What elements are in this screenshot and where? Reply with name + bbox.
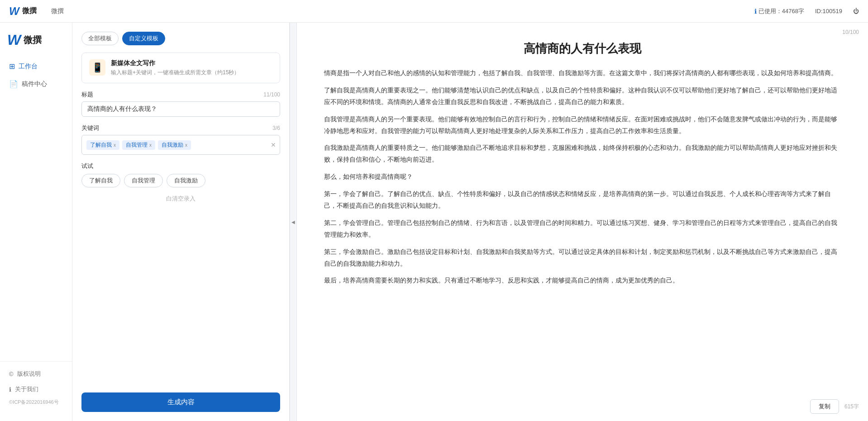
drafts-icon: 📄 [9, 80, 18, 88]
logo-text: 微撰 [22, 6, 37, 16]
keyword-text-3: 自我激励 [162, 141, 183, 149]
app-logo: W 微撰 [9, 5, 37, 18]
right-bottom-bar: 复制 615字 [810, 399, 859, 414]
try-section: 试试 了解自我 自我管理 自我激励 [81, 162, 280, 187]
left-panel: 全部模板 自定义模板 📱 新媒体全文写作 输入标题+关键词，一键准确生成所需文章… [72, 23, 290, 421]
keyword-remove-2[interactable]: x [149, 143, 152, 148]
keyword-text-1: 了解自我 [90, 141, 112, 149]
header-left: W 微撰 微撰 [9, 5, 64, 18]
sidebar: W 微撰 ⊞ 工作台 📄 稿件中心 © 版权说明 ℹ 关于我们 ©ICP备2 [0, 23, 72, 421]
try-tag-2[interactable]: 自我管理 [124, 174, 163, 187]
template-card-title: 新媒体全文写作 [111, 59, 239, 67]
sidebar-nav: ⊞ 工作台 📄 稿件中心 [0, 57, 72, 361]
article-para-4: 自我激励是高情商人的重要特质之一。他们能够激励自己不断地追求目标和梦想，克服困难… [324, 142, 841, 166]
title-input[interactable] [81, 101, 280, 117]
article-para-5: 那么，如何培养和提高情商呢？ [324, 171, 841, 183]
sidebar-label-drafts: 稿件中心 [22, 80, 47, 88]
sidebar-item-workbench[interactable]: ⊞ 工作台 [0, 57, 72, 75]
title-label-row: 标题 11/100 [81, 91, 280, 99]
article-para-8: 第三，学会激励自己。激励自己包括设定目标和计划、自我激励和自我奖励等方式。可以通… [324, 246, 841, 270]
template-card-info: 新媒体全文写作 输入标题+关键词，一键准确生成所需文章（约15秒） [111, 59, 239, 77]
keywords-clear-btn[interactable]: ✕ [271, 141, 276, 148]
try-tag-3[interactable]: 自我激励 [167, 174, 205, 187]
workbench-icon: ⊞ [9, 62, 15, 71]
title-section: 标题 11/100 [81, 91, 280, 117]
article-para-3: 自我管理是高情商人的另一个重要表现。他们能够有效地控制自己的言行和行为，控制自己… [324, 114, 841, 137]
sidebar-logo: W 微撰 [0, 32, 72, 57]
title-label: 标题 [81, 91, 93, 99]
article-para-2: 了解自我是高情商人的重要表现之一。他们能够清楚地认识自己的优点和缺点，以及自己的… [324, 85, 841, 108]
right-panel: 10/100 高情商的人有什么表现 情商是指一个人对自己和他人的感情的认知和管理… [297, 23, 868, 421]
keywords-box[interactable]: 了解自我 x 自我管理 x 自我激励 x ✕ [81, 135, 280, 155]
power-icon[interactable]: ⏻ [853, 8, 859, 14]
article-para-6: 第一，学会了解自己。了解自己的优点、缺点、个性特质和偏好，以及自己的情感状态和情… [324, 188, 841, 212]
icp-text: ©ICP备2022016946号 [0, 397, 72, 407]
article-body: 情商是指一个人对自己和他人的感情的认知和管理能力，包括了解自我、自我管理、自我激… [324, 67, 841, 287]
sidebar-item-about[interactable]: ℹ 关于我们 [0, 382, 72, 397]
template-tabs: 全部模板 自定义模板 [81, 32, 280, 45]
article-title: 高情商的人有什么表现 [324, 41, 841, 57]
about-icon: ℹ [9, 386, 11, 393]
sidebar-item-drafts[interactable]: 📄 稿件中心 [0, 75, 72, 93]
collapse-wrapper: ◀ [290, 23, 297, 421]
collapse-button[interactable]: ◀ [290, 23, 297, 421]
word-count: 615字 [844, 403, 859, 411]
tab-all[interactable]: 全部模板 [81, 32, 119, 45]
keywords-section: 关键词 3/6 了解自我 x 自我管理 x 自我激励 x [81, 124, 280, 155]
sidebar-bottom: © 版权说明 ℹ 关于我们 ©ICP备2022016946号 [0, 361, 72, 412]
template-card-desc: 输入标题+关键词，一键准确生成所需文章（约15秒） [111, 69, 239, 77]
copy-button[interactable]: 复制 [810, 399, 839, 414]
sidebar-logo-big: W 微撰 [7, 32, 65, 48]
title-count: 11/100 [263, 91, 280, 98]
keyword-tag-1: 了解自我 x [86, 140, 119, 150]
try-label: 试试 [81, 162, 280, 170]
copyright-icon: © [9, 371, 14, 378]
keyword-remove-3[interactable]: x [185, 143, 187, 148]
logo-w-icon: W [9, 5, 19, 18]
info-icon: ℹ [754, 8, 757, 15]
user-id: ID:100519 [815, 8, 842, 14]
article-page-count: 10/100 [842, 29, 859, 35]
sidebar-item-copyright[interactable]: © 版权说明 [0, 366, 72, 382]
sidebar-logo-w: W [7, 32, 21, 48]
tab-custom[interactable]: 自定义模板 [122, 32, 165, 45]
app-header: W 微撰 微撰 ℹ 已使用：44768字 ID:100519 ⏻ [0, 0, 868, 23]
main-layout: W 微撰 ⊞ 工作台 📄 稿件中心 © 版权说明 ℹ 关于我们 ©ICP备2 [0, 23, 868, 421]
collapse-icon: ◀ [291, 220, 295, 225]
header-title: 微撰 [51, 7, 64, 15]
keyword-remove-1[interactable]: x [114, 143, 116, 148]
keywords-label: 关键词 [81, 124, 99, 132]
keyword-tag-3: 自我激励 x [158, 140, 191, 150]
article-para-1: 情商是指一个人对自己和他人的感情的认知和管理能力，包括了解自我、自我管理、自我激… [324, 67, 841, 79]
copyright-label: 版权说明 [17, 370, 41, 378]
template-card[interactable]: 📱 新媒体全文写作 输入标题+关键词，一键准确生成所需文章（约15秒） [81, 53, 280, 83]
about-label: 关于我们 [15, 385, 38, 393]
article-para-7: 第二，学会管理自己。管理自己包括控制自己的情绪、行为和言语，以及管理自己的时间和… [324, 217, 841, 241]
header-right: ℹ 已使用：44768字 ID:100519 ⏻ [754, 7, 859, 15]
try-tag-1[interactable]: 了解自我 [81, 174, 120, 187]
clear-prompt[interactable]: 白清空录入 [81, 195, 280, 203]
sidebar-label-workbench: 工作台 [19, 62, 38, 71]
content-area: 全部模板 自定义模板 📱 新媒体全文写作 输入标题+关键词，一键准确生成所需文章… [72, 23, 868, 421]
try-tags: 了解自我 自我管理 自我激励 [81, 174, 280, 187]
article-para-9: 最后，培养高情商需要长期的努力和实践。只有通过不断地学习、反思和实践，才能够提高… [324, 275, 841, 287]
template-card-icon: 📱 [89, 59, 105, 76]
keywords-label-row: 关键词 3/6 [81, 124, 280, 132]
keyword-text-2: 自我管理 [126, 141, 148, 149]
used-count: ℹ 已使用：44768字 [754, 7, 804, 15]
sidebar-logo-text: 微撰 [24, 34, 42, 46]
keywords-count: 3/6 [272, 125, 280, 131]
keyword-tag-2: 自我管理 x [122, 140, 155, 150]
generate-button[interactable]: 生成内容 [81, 392, 280, 412]
